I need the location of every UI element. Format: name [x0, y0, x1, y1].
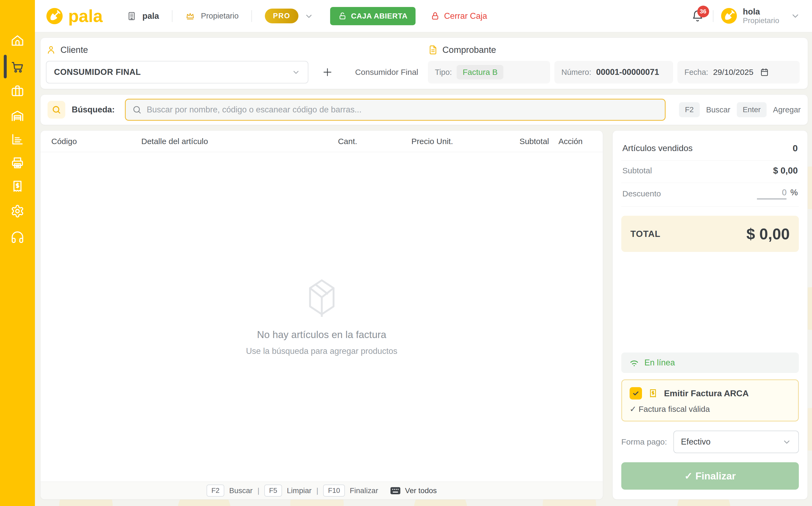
- register-status-label: CAJA ABIERTA: [351, 12, 407, 20]
- subtotal-row: Subtotal $ 0,00: [621, 161, 799, 183]
- avatar: [721, 7, 738, 24]
- payment-method-value: Efectivo: [681, 437, 710, 447]
- view-all-label: Ver todos: [405, 486, 437, 495]
- summary-panel: Artículos vendidos 0 Subtotal $ 0,00 Des…: [612, 131, 808, 500]
- discount-input[interactable]: [757, 188, 787, 199]
- table-header-row: Código Detalle del artículo Cant. Precio…: [41, 131, 603, 152]
- company-menu[interactable]: pala Propietario PRO: [127, 9, 314, 23]
- column-header-codigo: Código: [51, 137, 141, 146]
- pala-shovel-icon: [46, 7, 63, 25]
- notifications-button[interactable]: 36: [691, 10, 704, 22]
- headset-icon: [10, 230, 24, 244]
- shortcut-label: Limpiar: [287, 486, 312, 495]
- column-header-accion: Acción: [549, 137, 592, 146]
- payment-row: Forma pago: Efectivo: [621, 431, 799, 453]
- voucher-section: Comprobante Tipo: Factura B Número: 0000…: [428, 38, 808, 89]
- column-header-detalle: Detalle del artículo: [141, 137, 307, 146]
- file-text-icon: [428, 45, 438, 55]
- search-input-wrap: [125, 99, 666, 121]
- top-header: pala pala Propietario PRO CAJA ABIERTA C…: [35, 0, 812, 32]
- home-icon: [10, 33, 24, 48]
- subtotal-label: Subtotal: [622, 166, 652, 175]
- sidebar: [0, 0, 35, 506]
- sidebar-item-cash[interactable]: [0, 174, 35, 198]
- brand-wordmark: pala: [68, 7, 103, 25]
- column-header-precio: Precio Unit.: [388, 137, 476, 146]
- crown-icon: [185, 11, 195, 21]
- f2-keycap: F2: [679, 102, 700, 117]
- separator: |: [257, 486, 259, 495]
- user-menu[interactable]: hola Propietario: [721, 7, 800, 25]
- notifications-badge: 36: [697, 6, 709, 17]
- client-title-row: Cliente: [46, 45, 428, 55]
- voucher-date-box[interactable]: Fecha: 29/10/2025: [677, 61, 800, 83]
- f10-keycap: F10: [323, 485, 345, 497]
- client-helper-text: Consumidor Final: [355, 68, 418, 77]
- voucher-number-value: 00001-00000071: [596, 67, 659, 77]
- user-role: Propietario: [743, 16, 779, 25]
- finalize-button[interactable]: ✓ Finalizar: [621, 462, 799, 490]
- receipt-dollar-icon: [10, 179, 24, 193]
- client-select[interactable]: CONSUMIDOR FINAL: [46, 61, 309, 83]
- divider: [172, 10, 173, 22]
- total-value: $ 0,00: [746, 225, 790, 243]
- client-section: Cliente CONSUMIDOR FINAL Consumidor Fina…: [41, 38, 428, 89]
- search-icon: [132, 105, 142, 114]
- divider: [252, 10, 252, 22]
- sidebar-item-support[interactable]: [0, 225, 35, 249]
- chevron-down-icon: [304, 11, 314, 21]
- payment-method-select[interactable]: Efectivo: [673, 431, 799, 453]
- brand-logo[interactable]: pala: [46, 7, 103, 25]
- company-name: pala: [142, 11, 159, 21]
- sidebar-item-inventory[interactable]: [0, 104, 35, 128]
- shortcut-label: Finalizar: [350, 486, 378, 495]
- invoice-type-badge[interactable]: Factura B: [457, 65, 503, 79]
- voucher-type-box: Tipo: Factura B: [428, 61, 550, 83]
- discount-label: Descuento: [622, 189, 661, 198]
- plan-badge: PRO: [265, 9, 298, 23]
- register-status-button[interactable]: CAJA ABIERTA: [330, 7, 415, 25]
- discount-row: Descuento %: [621, 183, 799, 206]
- building-icon: [127, 11, 136, 21]
- view-all-shortcuts-button[interactable]: Ver todos: [390, 486, 437, 495]
- bar-chart-icon: [10, 132, 24, 146]
- arca-box: Emitir Factura ARCA ✓ Factura fiscal vál…: [621, 380, 799, 421]
- calendar-icon: [758, 68, 769, 77]
- voucher-date-label: Fecha:: [684, 68, 708, 77]
- online-status: En línea: [621, 352, 799, 373]
- empty-state: No hay artículos en la factura Use la bú…: [41, 152, 603, 482]
- close-register-button[interactable]: Cerrar Caja: [430, 11, 487, 21]
- search-chip: [48, 101, 65, 118]
- arca-note: ✓ Factura fiscal válida: [630, 404, 791, 414]
- search-hint-label: Buscar: [706, 105, 730, 114]
- sidebar-item-printing[interactable]: [0, 151, 35, 175]
- add-client-button[interactable]: [322, 67, 333, 78]
- sidebar-item-settings[interactable]: [0, 199, 35, 223]
- printer-icon: [10, 156, 24, 170]
- arca-checkbox-label: Emitir Factura ARCA: [664, 389, 749, 399]
- payment-label: Forma pago:: [621, 437, 667, 446]
- chevron-down-icon: [791, 11, 800, 21]
- column-header-cant: Cant.: [307, 137, 388, 146]
- separator: |: [317, 486, 318, 495]
- shortcut-label: Buscar: [229, 486, 253, 495]
- client-selected-value: CONSUMIDOR FINAL: [54, 67, 141, 77]
- arca-checkbox[interactable]: [630, 387, 642, 400]
- sidebar-item-home[interactable]: [0, 29, 35, 52]
- voucher-number-label: Número:: [561, 68, 591, 77]
- search-input[interactable]: [147, 105, 658, 114]
- empty-state-title: No hay artículos en la factura: [257, 329, 386, 340]
- sidebar-item-sales[interactable]: [0, 55, 35, 78]
- lock-icon: [430, 11, 440, 21]
- sidebar-item-products[interactable]: [0, 79, 35, 103]
- search-icon: [52, 105, 61, 114]
- client-section-title: Cliente: [60, 45, 88, 55]
- search-label: Búsqueda:: [72, 105, 115, 114]
- voucher-title-row: Comprobante: [428, 45, 800, 55]
- column-header-subtotal: Subtotal: [476, 137, 549, 146]
- close-register-label: Cerrar Caja: [444, 11, 487, 21]
- chevron-down-icon: [292, 68, 300, 76]
- voucher-date-value: 29/10/2025: [713, 68, 753, 77]
- sidebar-item-reports[interactable]: [0, 128, 35, 151]
- items-sold-value: 0: [793, 143, 798, 154]
